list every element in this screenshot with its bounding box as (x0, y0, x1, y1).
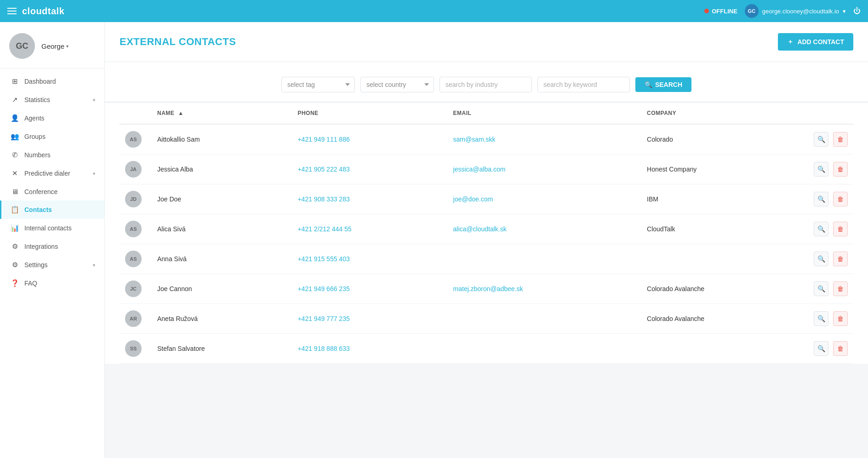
contact-actions-cell: 🔍 🗑 (805, 184, 853, 214)
add-contact-button[interactable]: ＋ ADD CONTACT (778, 33, 853, 51)
faq-icon: ❓ (11, 279, 19, 287)
contact-name-cell: Joe Doe (152, 184, 292, 214)
contact-email-cell: alica@cloudtalk.sk (448, 214, 641, 244)
view-contact-button[interactable]: 🔍 (814, 192, 828, 206)
sidebar-item-label: FAQ (24, 280, 95, 287)
contact-phone[interactable]: +421 949 111 886 (297, 136, 349, 143)
contact-phone[interactable]: +421 949 777 235 (297, 315, 349, 322)
contact-company-cell (641, 244, 805, 274)
contact-phone[interactable]: +421 918 888 633 (297, 345, 349, 352)
sidebar-item-internal-contacts[interactable]: 📊 Internal contacts (0, 219, 104, 237)
contact-email[interactable]: joe@doe.com (453, 195, 493, 203)
delete-contact-button[interactable]: 🗑 (833, 281, 848, 296)
table-row: SS Stefan Salvatore +421 918 888 633 🔍 🗑 (120, 334, 853, 364)
contact-email[interactable]: matej.zboron@adbee.sk (453, 285, 523, 292)
search-button[interactable]: 🔍 SEARCH (635, 77, 691, 92)
table-row: AS Aittokallio Sam +421 949 111 886 sam@… (120, 124, 853, 155)
col-actions (805, 103, 853, 124)
delete-contact-button[interactable]: 🗑 (833, 192, 848, 206)
delete-contact-button[interactable]: 🗑 (833, 162, 848, 177)
table-header: NAME ▲ PHONE EMAIL COMPANY (120, 103, 853, 124)
country-select[interactable]: select country (360, 77, 434, 92)
contact-phone-cell: +421 949 777 235 (292, 304, 447, 334)
avatar: JC (125, 281, 142, 297)
sidebar-item-settings[interactable]: ⚙ Settings ▾ (0, 256, 104, 274)
contact-name-cell: Stefan Salvatore (152, 334, 292, 364)
contact-actions-cell: 🔍 🗑 (805, 155, 853, 184)
sidebar-item-conference[interactable]: 🖥 Conference (0, 183, 104, 200)
contact-name-cell: Jessica Alba (152, 155, 292, 184)
contact-name: Joe Cannon (157, 286, 192, 293)
user-menu[interactable]: GC george.clooney@cloudtalk.io ▾ (745, 4, 846, 18)
keyword-search-input[interactable] (537, 77, 630, 92)
contact-company-cell (641, 334, 805, 364)
sidebar-item-label: Conference (24, 188, 95, 195)
delete-contact-button[interactable]: 🗑 (833, 132, 848, 147)
contacts-table: NAME ▲ PHONE EMAIL COMPANY AS Aittokalli… (120, 103, 853, 364)
contact-name: Alica Sivá (157, 226, 185, 233)
sidebar-item-groups[interactable]: 👥 Groups (0, 127, 104, 146)
tag-select[interactable]: select tag (281, 77, 355, 92)
industry-search-input[interactable] (440, 77, 532, 92)
sidebar-item-predictive-dialer[interactable]: ✕ Predictive dialer ▾ (0, 164, 104, 183)
filter-section: select tag select country 🔍 SEARCH (105, 62, 868, 103)
contact-phone[interactable]: +421 2/212 444 55 (297, 225, 351, 233)
view-contact-button[interactable]: 🔍 (814, 341, 828, 356)
delete-contact-button[interactable]: 🗑 (833, 252, 848, 266)
view-contact-button[interactable]: 🔍 (814, 281, 828, 296)
sidebar-item-label: Statistics (24, 96, 87, 103)
user-avatar-small: GC (745, 4, 759, 18)
contact-email[interactable]: jessica@alba.com (453, 166, 506, 173)
contact-name: Aneta Ružová (157, 315, 198, 323)
contact-actions-cell: 🔍 🗑 (805, 334, 853, 364)
top-navigation: cloudtalk OFFLINE GC george.clooney@clou… (0, 0, 868, 22)
user-chevron-icon: ▾ (66, 44, 69, 49)
sidebar-item-label: Settings (24, 261, 87, 269)
sidebar-item-label: Dashboard (24, 78, 95, 85)
contact-phone[interactable]: +421 915 555 403 (297, 255, 349, 263)
contact-email[interactable]: sam@sam.skk (453, 136, 496, 143)
contact-name: Joe Doe (157, 196, 181, 203)
contact-avatar-cell: AS (120, 244, 152, 274)
sidebar-item-dashboard[interactable]: ⊞ Dashboard (0, 72, 104, 91)
view-contact-button[interactable]: 🔍 (814, 132, 828, 147)
view-contact-button[interactable]: 🔍 (814, 252, 828, 266)
sidebar-item-integrations[interactable]: ⚙ Integrations (0, 237, 104, 256)
contact-email[interactable]: alica@cloudtalk.sk (453, 225, 507, 233)
view-contact-button[interactable]: 🔍 (814, 311, 828, 326)
table-row: JD Joe Doe +421 908 333 283 joe@doe.com … (120, 184, 853, 214)
table-row: AS Anna Sivá +421 915 555 403 🔍 🗑 (120, 244, 853, 274)
contact-phone[interactable]: +421 908 333 283 (297, 195, 349, 203)
contact-phone[interactable]: +421 905 222 483 (297, 166, 349, 173)
delete-contact-button[interactable]: 🗑 (833, 341, 848, 356)
table-row: JC Joe Cannon +421 949 666 235 matej.zbo… (120, 274, 853, 304)
contact-phone[interactable]: +421 949 666 235 (297, 285, 349, 292)
col-name[interactable]: NAME ▲ (152, 103, 292, 124)
filter-bar: select tag select country 🔍 SEARCH (105, 68, 868, 102)
contact-name: Stefan Salvatore (157, 345, 205, 353)
contact-phone-cell: +421 915 555 403 (292, 244, 447, 274)
dialer-icon: ✕ (11, 169, 19, 177)
delete-contact-button[interactable]: 🗑 (833, 311, 848, 326)
conference-icon: 🖥 (11, 188, 19, 195)
sidebar-item-statistics[interactable]: ↗ Statistics ▾ (0, 91, 104, 109)
contact-actions-cell: 🔍 🗑 (805, 124, 853, 155)
delete-contact-button[interactable]: 🗑 (833, 222, 848, 236)
view-contact-button[interactable]: 🔍 (814, 162, 828, 177)
view-contact-button[interactable]: 🔍 (814, 222, 828, 236)
contact-email-cell (448, 244, 641, 274)
sidebar-item-contacts[interactable]: 📋 Contacts (0, 200, 104, 219)
sidebar-item-label: Predictive dialer (24, 170, 87, 177)
power-icon[interactable]: ⏻ (853, 7, 861, 15)
contact-phone-cell: +421 949 666 235 (292, 274, 447, 304)
agents-icon: 👤 (11, 114, 19, 122)
sidebar-item-agents[interactable]: 👤 Agents (0, 109, 104, 127)
hamburger-menu[interactable] (7, 8, 17, 14)
contact-avatar-cell: JA (120, 155, 152, 184)
sidebar-item-faq[interactable]: ❓ FAQ (0, 274, 104, 292)
integrations-icon: ⚙ (11, 242, 19, 251)
dashboard-icon: ⊞ (11, 77, 19, 86)
sidebar-item-numbers[interactable]: ✆ Numbers (0, 146, 104, 164)
sidebar-item-label: Groups (24, 133, 95, 140)
user-name[interactable]: George ▾ (41, 42, 69, 50)
